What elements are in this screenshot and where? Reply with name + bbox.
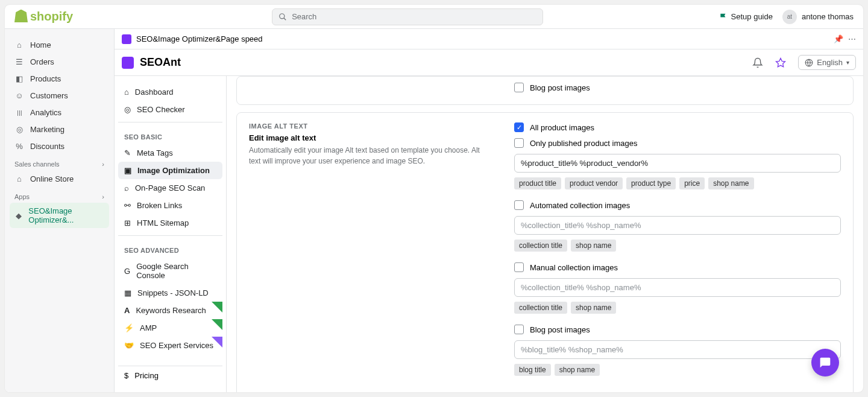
main-sidebar: ⌂Home ☰Orders ◧Products ☺Customers ⫼Anal… [5, 29, 115, 392]
checkbox-icon [514, 262, 524, 272]
tag[interactable]: price [679, 177, 705, 189]
seo-basic-label: SEO BASIC [118, 126, 222, 144]
sitemap-icon: ⊞ [124, 218, 131, 227]
target-icon: ◎ [124, 105, 131, 114]
user-name: antone thomas [802, 12, 854, 21]
app-nav-meta-tags[interactable]: ✎Meta Tags [118, 144, 222, 162]
tag[interactable]: shop name [708, 177, 753, 189]
nav-online-store[interactable]: ⌂Online Store [10, 170, 109, 187]
checkbox-icon [514, 200, 524, 210]
tag[interactable]: product vendor [565, 177, 623, 189]
search-input[interactable]: Search [272, 8, 543, 25]
shopify-logo[interactable]: shopify [14, 10, 73, 24]
tag[interactable]: shop name [571, 302, 616, 314]
nav-orders[interactable]: ☰Orders [10, 53, 109, 70]
app-nav-image-optimization[interactable]: ▣Image Optimization [118, 162, 222, 179]
new-badge [212, 302, 222, 313]
setup-guide-button[interactable]: Setup guide [719, 12, 773, 21]
hot-badge [212, 337, 222, 348]
bolt-icon: ⚡ [124, 323, 134, 332]
tag[interactable]: product type [626, 177, 676, 189]
search-placeholder: Search [292, 12, 316, 21]
checkbox-icon [514, 83, 524, 92]
apps-header[interactable]: Apps› [10, 187, 109, 203]
seo-advanced-label: SEO ADVANCED [118, 240, 222, 258]
app-nav-seo-checker[interactable]: ◎SEO Checker [118, 101, 222, 118]
tag[interactable]: shop name [555, 364, 600, 376]
app-nav-dashboard[interactable]: ⌂Dashboard [118, 83, 222, 101]
app-nav-keywords[interactable]: AKeywords Research [118, 302, 222, 319]
home-icon: ⌂ [124, 87, 129, 97]
more-icon[interactable]: ⋯ [848, 34, 856, 43]
alt-title: Edit image alt text [249, 133, 490, 142]
checkbox-icon [514, 325, 524, 334]
product-template-input[interactable]: %product_title% %product_vendor% [514, 154, 841, 173]
avatar: at [782, 10, 797, 24]
app-title: SEOAnt [140, 56, 181, 69]
bell-icon[interactable] [752, 57, 763, 68]
settings-panel: Blog post images IMAGE ALT TEXT Edit ima… [227, 76, 863, 392]
alt-section-label: IMAGE ALT TEXT [249, 122, 490, 130]
app-nav-sitemap[interactable]: ⊞HTML Sitemap [118, 214, 222, 232]
tag[interactable]: product title [514, 177, 561, 189]
search-icon [278, 13, 287, 21]
code-icon: ▦ [124, 288, 131, 297]
nav-analytics[interactable]: ⫼Analytics [10, 104, 109, 121]
app-nav-expert[interactable]: 🤝SEO Expert Services [118, 337, 222, 354]
shopify-bag-icon [14, 10, 28, 24]
products-icon: ◧ [14, 74, 24, 83]
tag[interactable]: shop name [571, 240, 616, 252]
flag-icon [719, 13, 728, 21]
product-tags: product title product vendor product typ… [514, 177, 841, 189]
checkbox-manual-collection[interactable]: Manual collection images [514, 262, 841, 272]
link-icon: ⚯ [124, 201, 131, 210]
tag[interactable]: collection title [514, 240, 567, 252]
discounts-icon: % [14, 141, 24, 151]
image-icon: ▣ [124, 166, 131, 175]
breadcrumb: SEO&Image Optimizer&Page speed [136, 34, 263, 43]
search-icon: ⌕ [124, 183, 129, 192]
checkbox-blog-post[interactable]: Blog post images [514, 325, 841, 334]
font-icon: A [124, 306, 130, 315]
nav-home[interactable]: ⌂Home [10, 36, 109, 53]
language-select[interactable]: English ▾ [798, 55, 856, 70]
tag[interactable]: blog title [514, 364, 551, 376]
orders-icon: ☰ [14, 57, 24, 66]
store-icon: ⌂ [14, 174, 24, 183]
nav-discounts[interactable]: %Discounts [10, 138, 109, 154]
chat-fab[interactable] [811, 349, 839, 376]
app-nav-snippets[interactable]: ▦Snippets - JSON-LD [118, 284, 222, 302]
manual-template-input[interactable]: %collection_title% %shop_name% [514, 278, 841, 297]
nav-customers[interactable]: ☺Customers [10, 87, 109, 104]
chevron-right-icon: › [102, 193, 104, 200]
seoant-icon [122, 57, 134, 69]
collection-tags: collection title shop name [514, 240, 841, 252]
nav-marketing[interactable]: ◎Marketing [10, 121, 109, 138]
checkbox-automated-collection[interactable]: Automated collection images [514, 200, 841, 210]
tag[interactable]: collection title [514, 302, 567, 314]
new-badge [212, 319, 222, 330]
home-icon: ⌂ [14, 40, 24, 49]
app-nav-pricing[interactable]: $Pricing [118, 366, 222, 385]
checkbox-only-published[interactable]: Only published product images [514, 138, 841, 148]
app-nav-broken-links[interactable]: ⚯Broken Links [118, 197, 222, 214]
pin-icon[interactable]: 📌 [834, 34, 843, 43]
google-icon: G [124, 267, 130, 276]
svg-line-1 [284, 17, 286, 20]
checkbox-all-product[interactable]: ✓All product images [514, 122, 841, 132]
user-menu[interactable]: at antone thomas [782, 10, 854, 24]
handshake-icon: 🤝 [124, 341, 134, 350]
checkbox-blog-post-top[interactable]: Blog post images [514, 83, 841, 92]
collection-template-input[interactable]: %collection_title% %shop_name% [514, 216, 841, 235]
svg-point-0 [280, 13, 285, 18]
sales-channels-header[interactable]: Sales channels› [10, 154, 109, 170]
app-nav-amp[interactable]: ⚡AMP [118, 319, 222, 337]
app-nav-onpage-scan[interactable]: ⌕On-Page SEO Scan [118, 179, 222, 197]
star-icon[interactable] [775, 57, 786, 68]
app-nav-gsc[interactable]: GGoogle Search Console [118, 258, 222, 284]
nav-products[interactable]: ◧Products [10, 70, 109, 87]
customers-icon: ☺ [14, 91, 24, 100]
nav-seoant-app[interactable]: ◆SEO&Image Optimizer&... [10, 203, 109, 228]
app-sidebar: ⌂Dashboard ◎SEO Checker SEO BASIC ✎Meta … [115, 76, 227, 392]
blog-template-input[interactable]: %blog_title% %shop_name% [514, 340, 841, 359]
